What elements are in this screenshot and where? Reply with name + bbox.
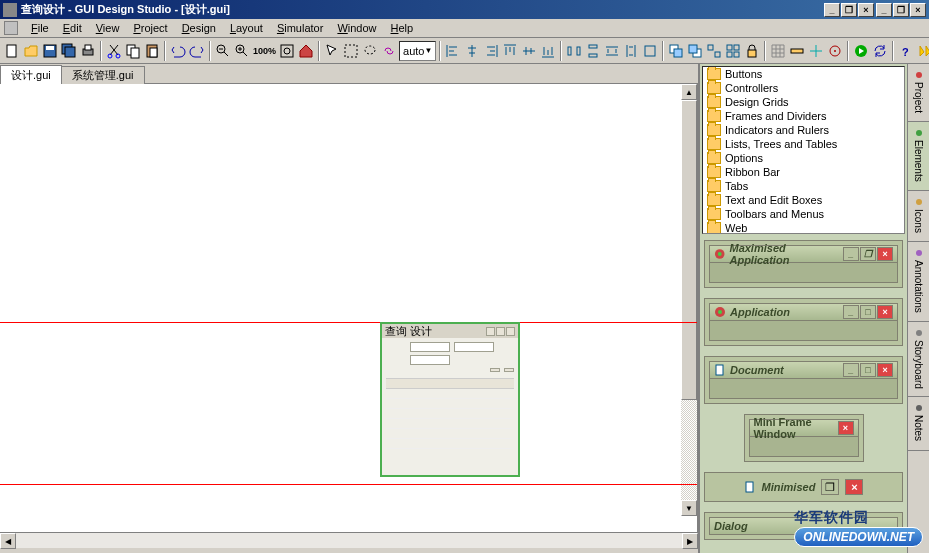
mock-window[interactable]: 查询 设计	[380, 322, 520, 477]
svg-rect-0	[7, 45, 16, 57]
group-icon[interactable]	[705, 40, 723, 62]
link-icon[interactable]	[380, 40, 398, 62]
align-left-icon[interactable]	[444, 40, 462, 62]
tree-item-tabs[interactable]: Tabs	[703, 179, 904, 193]
elem-mini-frame[interactable]: Mini Frame Window ×	[744, 414, 864, 462]
help-icon[interactable]: ?	[897, 40, 915, 62]
menu-design[interactable]: Design	[175, 20, 223, 36]
home-icon[interactable]	[297, 40, 315, 62]
zoom-100-button[interactable]: 100%	[252, 40, 277, 62]
tree-item-lists-trees-and-tables[interactable]: Lists, Trees and Tables	[703, 137, 904, 151]
elem-application[interactable]: Application _ □ ×	[704, 298, 903, 346]
pointer-icon[interactable]	[323, 40, 341, 62]
close-icon: ×	[845, 479, 863, 495]
redo-icon[interactable]	[188, 40, 206, 62]
elem-minimised[interactable]: Minimised ❐ ×	[704, 472, 903, 502]
lasso-icon[interactable]	[361, 40, 379, 62]
tree-item-frames-and-dividers[interactable]: Frames and Dividers	[703, 109, 904, 123]
element-preview-list[interactable]: Maximised Application _ ❐ × Application	[700, 236, 907, 553]
tab-design[interactable]: 设计.gui	[0, 65, 62, 84]
mock-window-title: 查询 设计	[385, 324, 432, 339]
guide-top[interactable]	[0, 322, 697, 323]
sidetab-annotations[interactable]: Annotations	[908, 242, 929, 322]
tree-item-design-grids[interactable]: Design Grids	[703, 95, 904, 109]
undo-icon[interactable]	[169, 40, 187, 62]
zoom-fit-icon[interactable]	[278, 40, 296, 62]
refresh-icon[interactable]	[871, 40, 889, 62]
same-height-icon[interactable]	[622, 40, 640, 62]
guide-bottom[interactable]	[0, 484, 697, 485]
open-icon[interactable]	[22, 40, 40, 62]
snap-combo[interactable]: auto▼	[399, 41, 436, 61]
design-canvas[interactable]: ▲ ▼ 查询 设计	[0, 84, 698, 532]
align-bottom-icon[interactable]	[539, 40, 557, 62]
tree-item-toolbars-and-menus[interactable]: Toolbars and Menus	[703, 207, 904, 221]
menu-window[interactable]: Window	[330, 20, 383, 36]
cut-icon[interactable]	[105, 40, 123, 62]
tree-item-ribbon-bar[interactable]: Ribbon Bar	[703, 165, 904, 179]
menu-help[interactable]: Help	[384, 20, 421, 36]
tree-item-text-and-edit-boxes[interactable]: Text and Edit Boxes	[703, 193, 904, 207]
align-center-h-icon[interactable]	[463, 40, 481, 62]
mdi-document-icon[interactable]	[4, 21, 18, 35]
select-icon[interactable]	[342, 40, 360, 62]
tab-color-icon	[916, 130, 922, 136]
copy-icon[interactable]	[124, 40, 142, 62]
ruler-icon[interactable]	[788, 40, 806, 62]
tab-system-manage[interactable]: 系统管理.gui	[61, 66, 145, 85]
snap-icon[interactable]	[826, 40, 844, 62]
mock-max-icon	[496, 327, 505, 336]
tree-item-controllers[interactable]: Controllers	[703, 81, 904, 95]
mdi-restore-button[interactable]: ❐	[841, 3, 857, 17]
print-icon[interactable]	[79, 40, 97, 62]
mdi-minimize-button[interactable]: _	[824, 3, 840, 17]
sidetab-project[interactable]: Project	[908, 64, 929, 122]
tree-item-buttons[interactable]: Buttons	[703, 67, 904, 81]
save-all-icon[interactable]	[60, 40, 78, 62]
paste-icon[interactable]	[143, 40, 161, 62]
zoom-out-icon[interactable]	[214, 40, 232, 62]
grid-icon[interactable]	[769, 40, 787, 62]
align-middle-v-icon[interactable]	[520, 40, 538, 62]
same-size-icon[interactable]	[641, 40, 659, 62]
new-icon[interactable]	[3, 40, 21, 62]
lock-icon[interactable]	[743, 40, 761, 62]
menu-file[interactable]: File	[24, 20, 56, 36]
menu-view[interactable]: View	[89, 20, 127, 36]
tree-item-options[interactable]: Options	[703, 151, 904, 165]
svg-point-16	[284, 48, 290, 54]
elem-maximised-application[interactable]: Maximised Application _ ❐ ×	[704, 240, 903, 288]
minimize-button[interactable]: _	[876, 3, 892, 17]
tree-item-web[interactable]: Web	[703, 221, 904, 234]
align-top-icon[interactable]	[501, 40, 519, 62]
svg-rect-25	[674, 49, 682, 57]
menu-edit[interactable]: Edit	[56, 20, 89, 36]
close-button[interactable]: ×	[910, 3, 926, 17]
menu-simulator[interactable]: Simulator	[270, 20, 330, 36]
send-back-icon[interactable]	[686, 40, 704, 62]
zoom-in-icon[interactable]	[233, 40, 251, 62]
distribute-h-icon[interactable]	[565, 40, 583, 62]
menu-project[interactable]: Project	[126, 20, 174, 36]
element-category-tree[interactable]: ButtonsControllersDesign GridsFrames and…	[702, 66, 905, 234]
elem-document[interactable]: Document _ □ ×	[704, 356, 903, 404]
tree-item-indicators-and-rulers[interactable]: Indicators and Rulers	[703, 123, 904, 137]
guides-icon[interactable]	[807, 40, 825, 62]
same-width-icon[interactable]	[603, 40, 621, 62]
canvas-hscroll[interactable]: ◀ ▶	[0, 532, 698, 548]
sidetab-icons[interactable]: Icons	[908, 191, 929, 242]
window-titlebar: 查询设计 - GUI Design Studio - [设计.gui] _ ❐ …	[0, 0, 929, 19]
distribute-v-icon[interactable]	[584, 40, 602, 62]
run-icon[interactable]	[852, 40, 870, 62]
about-icon[interactable]	[916, 40, 929, 62]
ungroup-icon[interactable]	[724, 40, 742, 62]
restore-button[interactable]: ❐	[893, 3, 909, 17]
sidetab-notes[interactable]: Notes	[908, 397, 929, 450]
align-right-icon[interactable]	[482, 40, 500, 62]
save-icon[interactable]	[41, 40, 59, 62]
sidetab-elements[interactable]: Elements	[908, 122, 929, 191]
menu-layout[interactable]: Layout	[223, 20, 270, 36]
sidetab-storyboard[interactable]: Storyboard	[908, 322, 929, 398]
mdi-close-button[interactable]: ×	[858, 3, 874, 17]
bring-front-icon[interactable]	[667, 40, 685, 62]
